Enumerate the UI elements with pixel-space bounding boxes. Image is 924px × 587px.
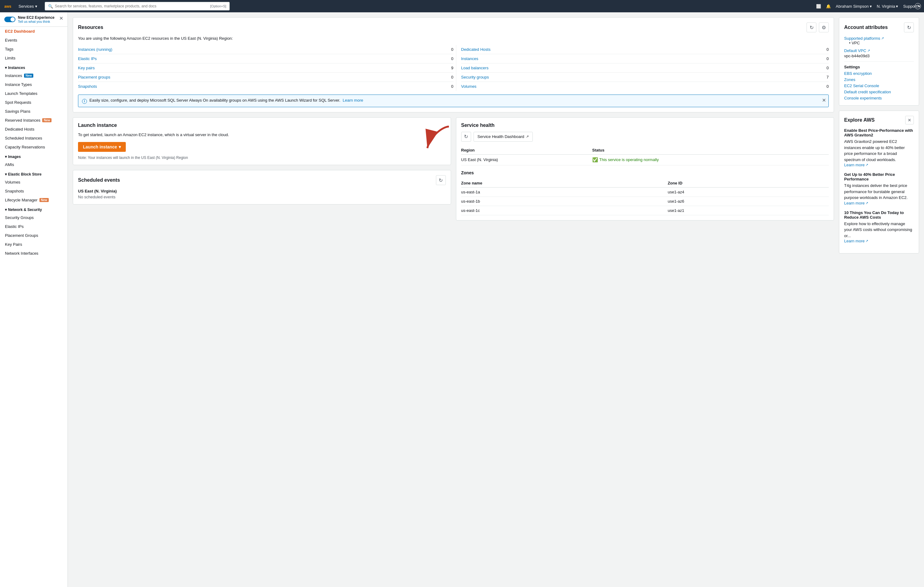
launch-instance-button[interactable]: Launch instance ▾ (78, 142, 126, 152)
sidebar-item-savings-plans[interactable]: Savings Plans (0, 107, 68, 116)
load-balancers-link[interactable]: Load balancers (461, 66, 489, 70)
service-health-card: Service health ↻ Service Health Dashboar… (456, 117, 834, 220)
experience-toggle-switch[interactable] (4, 16, 15, 22)
explore-item-2: Get Up to 40% Better Price Performance T… (844, 172, 914, 206)
resource-item-security-groups: Security groups 7 (461, 73, 829, 82)
sidebar-item-reserved-instances[interactable]: Reserved Instances New (0, 116, 68, 125)
scheduled-events-card: Scheduled events ↻ US East (N. Virginia)… (73, 170, 451, 204)
sidebar-item-instances[interactable]: Instances New (0, 71, 68, 80)
user-menu[interactable]: Abraham Simpson ▾ (836, 4, 872, 8)
explore-item-1-title: Enable Best Price-Performance with AWS G… (844, 128, 914, 137)
launch-instance-card: Launch instance To get started, launch a… (73, 117, 451, 165)
scheduled-none: No scheduled events (78, 195, 446, 199)
security-groups-link[interactable]: Security groups (461, 75, 489, 79)
resource-item-elastic-ips: Elastic IPs 0 (78, 54, 454, 63)
explore-aws-close-button[interactable]: ✕ (905, 116, 914, 125)
service-health-refresh-button[interactable]: ↻ (461, 132, 471, 141)
sidebar-item-ec2-dashboard[interactable]: EC2 Dashboard (0, 27, 68, 36)
sidebar-item-capacity-reservations[interactable]: Capacity Reservations (0, 143, 68, 151)
scheduled-events-title: Scheduled events (78, 178, 120, 183)
sidebar-item-scheduled-instances[interactable]: Scheduled Instances (0, 134, 68, 143)
sidebar-item-launch-templates[interactable]: Launch Templates (0, 89, 68, 98)
info-banner-link[interactable]: Learn more (343, 98, 363, 102)
info-banner-close-button[interactable]: ✕ (822, 97, 826, 103)
explore-aws-card: Explore AWS ✕ Enable Best Price-Performa… (839, 110, 919, 253)
notifications-icon[interactable]: 🔔 (826, 4, 831, 8)
sidebar-section-images[interactable]: ▾ Images (0, 151, 68, 160)
sidebar-item-key-pairs[interactable]: Key Pairs (0, 240, 68, 249)
sidebar-item-lifecycle-manager[interactable]: Lifecycle Manager New (0, 196, 68, 204)
explore-item-2-desc: T4g instances deliver the best price per… (844, 183, 914, 201)
services-button[interactable]: Services ▾ (18, 4, 37, 8)
explore-item-1-link[interactable]: Learn more ↗ (844, 163, 868, 167)
search-bar[interactable]: 🔍 [Option+S] (45, 2, 230, 10)
sidebar-item-snapshots[interactable]: Snapshots (0, 187, 68, 196)
resources-refresh-button[interactable]: ↻ (807, 23, 817, 32)
experience-close-button[interactable]: ✕ (59, 15, 63, 21)
snapshots-link[interactable]: Snapshots (78, 84, 97, 89)
sidebar-section-instances[interactable]: ▾ Instances (0, 62, 68, 71)
main-content: Resources ↻ ⚙ You are using the followin… (68, 12, 924, 587)
zones-link[interactable]: Zones (844, 77, 914, 82)
account-attributes-title: Account attributes (844, 25, 888, 30)
elastic-ips-count: 0 (451, 56, 453, 61)
sidebar-item-amis[interactable]: AMIs (0, 160, 68, 169)
explore-item-2-link[interactable]: Learn more ↗ (844, 201, 868, 206)
zone-name: us-east-1b (461, 196, 668, 206)
sidebar-item-events[interactable]: Events (0, 36, 68, 44)
instances-running-link[interactable]: Instances (running) (78, 47, 112, 52)
service-health-title: Service health (461, 123, 495, 128)
default-credit-spec-link[interactable]: Default credit specification (844, 90, 914, 94)
sidebar-item-network-interfaces[interactable]: Network Interfaces (0, 249, 68, 258)
sidebar-item-tags[interactable]: Tags (0, 44, 68, 54)
account-attributes-refresh-button[interactable]: ↻ (904, 23, 914, 32)
info-banner: i Easily size, configure, and deploy Mic… (78, 95, 829, 107)
sidebar-item-limits[interactable]: Limits (0, 54, 68, 62)
service-health-dashboard-button[interactable]: Service Health Dashboard ↗ (474, 132, 533, 141)
search-shortcut: [Option+S] (210, 4, 226, 8)
sidebar-item-instance-types[interactable]: Instance Types (0, 80, 68, 89)
search-input[interactable] (55, 4, 210, 8)
help-icon[interactable]: ? (915, 3, 921, 9)
resource-item-placement-groups: Placement groups 0 (78, 73, 454, 82)
explore-item-3: 10 Things You Can Do Today to Reduce AWS… (844, 210, 914, 243)
top-nav: aws Services ▾ 🔍 [Option+S] ⬜ 🔔 Abraham … (0, 0, 924, 12)
supported-platforms-link[interactable]: Supported platforms ↗ (844, 36, 914, 41)
dedicated-hosts-link[interactable]: Dedicated Hosts (461, 47, 490, 52)
instances-count: 0 (827, 56, 829, 61)
elastic-ips-link[interactable]: Elastic IPs (78, 56, 97, 61)
zone-id: use1-az4 (668, 187, 829, 196)
zone-row: us-east-1b use1-az6 (461, 196, 829, 206)
placement-groups-link[interactable]: Placement groups (78, 75, 111, 79)
volumes-link[interactable]: Volumes (461, 84, 477, 89)
sidebar-item-spot-requests[interactable]: Spot Requests (0, 98, 68, 107)
region-menu[interactable]: N. Virginia ▾ (877, 4, 898, 8)
sidebar-item-placement-groups[interactable]: Placement Groups (0, 231, 68, 240)
sidebar-item-elastic-ips[interactable]: Elastic IPs (0, 222, 68, 231)
sidebar-item-dedicated-hosts[interactable]: Dedicated Hosts (0, 125, 68, 134)
resource-item-instances: Instances 0 (461, 54, 829, 63)
experience-link[interactable]: Tell us what you think (18, 20, 54, 23)
explore-aws-title: Explore AWS (844, 117, 874, 123)
ec2-serial-console-link[interactable]: EC2 Serial Console (844, 84, 914, 88)
scheduled-events-refresh-button[interactable]: ↻ (436, 175, 446, 185)
zone-row: us-east-1a use1-az4 (461, 187, 829, 196)
sidebar-section-network-security[interactable]: ▾ Network & Security (0, 204, 68, 213)
resources-settings-button[interactable]: ⚙ (819, 23, 829, 32)
sidebar-section-ebs[interactable]: ▾ Elastic Block Store (0, 169, 68, 178)
sidebar-item-security-groups[interactable]: Security Groups (0, 213, 68, 222)
console-experiments-link[interactable]: Console experiments (844, 96, 914, 100)
default-vpc-link[interactable]: Default VPC ↗ (844, 48, 914, 53)
launch-description: To get started, launch an Amazon EC2 ins… (78, 132, 446, 138)
instances-link[interactable]: Instances (461, 56, 478, 61)
ebs-encryption-link[interactable]: EBS encryption (844, 71, 914, 76)
svg-text:aws: aws (4, 4, 12, 8)
sidebar-item-volumes[interactable]: Volumes (0, 178, 68, 187)
search-icon: 🔍 (48, 4, 53, 8)
key-pairs-link[interactable]: Key pairs (78, 66, 95, 70)
service-health-header: Service health (461, 123, 829, 128)
explore-item-3-link[interactable]: Learn more ↗ (844, 239, 868, 243)
launch-instance-dropdown-icon: ▾ (119, 145, 121, 150)
cloud-shell-icon[interactable]: ⬜ (816, 4, 821, 8)
explore-aws-header: Explore AWS ✕ (844, 116, 914, 125)
